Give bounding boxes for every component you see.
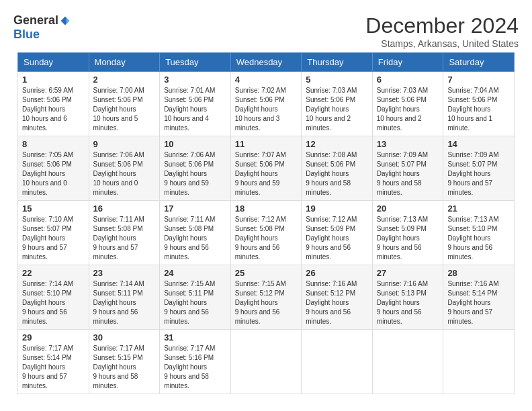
cell-info: Sunrise: 7:17 AM Sunset: 5:16 PM Dayligh… bbox=[164, 344, 226, 391]
sunrise-label: Sunrise: 7:02 AM bbox=[235, 87, 286, 94]
cell-info: Sunrise: 7:16 AM Sunset: 5:12 PM Dayligh… bbox=[306, 279, 368, 326]
sunset-label: Sunset: 5:06 PM bbox=[22, 161, 72, 168]
col-saturday: Saturday bbox=[443, 53, 515, 72]
calendar-cell bbox=[302, 330, 373, 394]
sunrise-label: Sunrise: 7:14 AM bbox=[93, 280, 144, 287]
daylight-value: 9 hours and 56 minutes. bbox=[164, 308, 209, 325]
day-number: 30 bbox=[93, 332, 156, 342]
daylight-value: 9 hours and 57 minutes. bbox=[22, 244, 67, 261]
daylight-label: Daylight hours bbox=[164, 299, 207, 306]
daylight-label: Daylight hours bbox=[93, 170, 136, 177]
daylight-label: Daylight hours bbox=[377, 105, 420, 113]
daylight-value: 10 hours and 5 minutes. bbox=[93, 115, 138, 132]
day-number: 24 bbox=[164, 268, 226, 278]
sunset-label: Sunset: 5:06 PM bbox=[306, 96, 355, 103]
calendar-cell: 12 Sunrise: 7:08 AM Sunset: 5:06 PM Dayl… bbox=[302, 136, 373, 201]
cell-info: Sunrise: 7:04 AM Sunset: 5:06 PM Dayligh… bbox=[447, 86, 510, 133]
calendar-cell: 15 Sunrise: 7:10 AM Sunset: 5:07 PM Dayl… bbox=[18, 201, 89, 265]
sunset-label: Sunset: 5:14 PM bbox=[447, 289, 497, 297]
daylight-value: 9 hours and 56 minutes. bbox=[447, 244, 492, 261]
sunset-label: Sunset: 5:06 PM bbox=[447, 96, 497, 103]
calendar-cell: 9 Sunrise: 7:06 AM Sunset: 5:06 PM Dayli… bbox=[89, 136, 160, 201]
daylight-label: Daylight hours bbox=[164, 105, 207, 113]
col-friday: Friday bbox=[372, 53, 443, 72]
cell-info: Sunrise: 7:15 AM Sunset: 5:12 PM Dayligh… bbox=[235, 279, 298, 326]
daylight-value: 9 hours and 56 minutes. bbox=[235, 308, 280, 325]
calendar-wrapper: Sunday Monday Tuesday Wednesday Thursday… bbox=[7, 52, 525, 394]
daylight-label: Daylight hours bbox=[377, 170, 420, 177]
daylight-label: Daylight hours bbox=[306, 299, 349, 306]
sunrise-label: Sunrise: 7:11 AM bbox=[164, 216, 215, 223]
col-sunday: Sunday bbox=[18, 53, 89, 72]
daylight-value: 9 hours and 56 minutes. bbox=[377, 244, 422, 261]
sunset-label: Sunset: 5:07 PM bbox=[377, 161, 427, 168]
calendar-table: Sunday Monday Tuesday Wednesday Thursday… bbox=[17, 52, 515, 394]
day-number: 7 bbox=[447, 75, 510, 85]
sunrise-label: Sunrise: 7:14 AM bbox=[22, 280, 73, 287]
calendar-cell: 10 Sunrise: 7:06 AM Sunset: 5:06 PM Dayl… bbox=[160, 136, 231, 201]
sunrise-label: Sunrise: 7:01 AM bbox=[164, 87, 215, 94]
sunset-label: Sunset: 5:14 PM bbox=[22, 354, 72, 361]
calendar-cell: 7 Sunrise: 7:04 AM Sunset: 5:06 PM Dayli… bbox=[443, 72, 515, 136]
daylight-label: Daylight hours bbox=[447, 299, 490, 306]
sunrise-label: Sunrise: 7:08 AM bbox=[306, 151, 357, 158]
calendar-cell: 17 Sunrise: 7:11 AM Sunset: 5:08 PM Dayl… bbox=[160, 201, 231, 265]
daylight-label: Daylight hours bbox=[447, 170, 490, 177]
sunrise-label: Sunrise: 7:07 AM bbox=[235, 151, 286, 158]
calendar-cell bbox=[372, 330, 443, 394]
page-header: General Blue December 2024 Stamps, Arkan… bbox=[7, 7, 525, 52]
day-number: 3 bbox=[164, 75, 226, 85]
daylight-value: 9 hours and 56 minutes. bbox=[164, 244, 209, 261]
col-thursday: Thursday bbox=[302, 53, 373, 72]
daylight-label: Daylight hours bbox=[164, 363, 207, 371]
sunrise-label: Sunrise: 7:13 AM bbox=[377, 216, 428, 223]
day-number: 26 bbox=[306, 268, 368, 278]
sunset-label: Sunset: 5:06 PM bbox=[164, 96, 214, 103]
sunrise-label: Sunrise: 7:06 AM bbox=[164, 151, 215, 158]
calendar-cell: 18 Sunrise: 7:12 AM Sunset: 5:08 PM Dayl… bbox=[230, 201, 302, 265]
sunset-label: Sunset: 5:07 PM bbox=[447, 161, 497, 168]
calendar-cell: 11 Sunrise: 7:07 AM Sunset: 5:06 PM Dayl… bbox=[230, 136, 302, 201]
daylight-label: Daylight hours bbox=[22, 299, 65, 306]
sunrise-label: Sunrise: 7:16 AM bbox=[377, 280, 428, 287]
calendar-cell: 14 Sunrise: 7:09 AM Sunset: 5:07 PM Dayl… bbox=[443, 136, 515, 201]
calendar-cell: 1 Sunrise: 6:59 AM Sunset: 5:06 PM Dayli… bbox=[18, 72, 89, 136]
day-number: 4 bbox=[235, 75, 298, 85]
sunrise-label: Sunrise: 7:00 AM bbox=[93, 87, 144, 94]
day-number: 8 bbox=[22, 139, 85, 149]
sunrise-label: Sunrise: 7:16 AM bbox=[447, 280, 498, 287]
cell-info: Sunrise: 7:16 AM Sunset: 5:14 PM Dayligh… bbox=[447, 279, 510, 326]
cell-info: Sunrise: 7:16 AM Sunset: 5:13 PM Dayligh… bbox=[377, 279, 439, 326]
sunset-label: Sunset: 5:08 PM bbox=[235, 225, 285, 232]
logo-icon bbox=[60, 15, 71, 26]
sunset-label: Sunset: 5:09 PM bbox=[377, 225, 427, 232]
day-number: 21 bbox=[447, 203, 510, 214]
daylight-value: 9 hours and 56 minutes. bbox=[22, 308, 67, 325]
cell-info: Sunrise: 7:11 AM Sunset: 5:08 PM Dayligh… bbox=[93, 215, 156, 262]
cell-info: Sunrise: 7:07 AM Sunset: 5:06 PM Dayligh… bbox=[235, 150, 298, 197]
sunset-label: Sunset: 5:12 PM bbox=[235, 289, 285, 297]
calendar-week-2: 8 Sunrise: 7:05 AM Sunset: 5:06 PM Dayli… bbox=[18, 136, 515, 201]
sunset-label: Sunset: 5:13 PM bbox=[377, 289, 427, 297]
daylight-value: 9 hours and 58 minutes. bbox=[164, 373, 209, 390]
calendar-week-4: 22 Sunrise: 7:14 AM Sunset: 5:10 PM Dayl… bbox=[18, 265, 515, 330]
day-number: 2 bbox=[93, 75, 156, 85]
sunrise-label: Sunrise: 7:09 AM bbox=[447, 151, 498, 158]
cell-info: Sunrise: 7:14 AM Sunset: 5:10 PM Dayligh… bbox=[22, 279, 85, 326]
sunrise-label: Sunrise: 7:15 AM bbox=[235, 280, 286, 287]
daylight-label: Daylight hours bbox=[235, 299, 278, 306]
daylight-value: 10 hours and 0 minutes. bbox=[22, 179, 67, 196]
cell-info: Sunrise: 7:09 AM Sunset: 5:07 PM Dayligh… bbox=[447, 150, 510, 197]
logo-general: General bbox=[13, 13, 58, 28]
daylight-value: 10 hours and 3 minutes. bbox=[235, 115, 280, 132]
title-block: December 2024 Stamps, Arkansas, United S… bbox=[365, 13, 519, 49]
day-number: 22 bbox=[22, 268, 85, 278]
day-number: 18 bbox=[235, 203, 298, 214]
daylight-label: Daylight hours bbox=[306, 234, 349, 242]
daylight-value: 9 hours and 56 minutes. bbox=[377, 308, 422, 325]
daylight-value: 9 hours and 58 minutes. bbox=[93, 373, 138, 390]
daylight-label: Daylight hours bbox=[447, 234, 490, 242]
calendar-week-3: 15 Sunrise: 7:10 AM Sunset: 5:07 PM Dayl… bbox=[18, 201, 515, 265]
cell-info: Sunrise: 7:03 AM Sunset: 5:06 PM Dayligh… bbox=[377, 86, 439, 133]
sunset-label: Sunset: 5:07 PM bbox=[22, 225, 72, 232]
